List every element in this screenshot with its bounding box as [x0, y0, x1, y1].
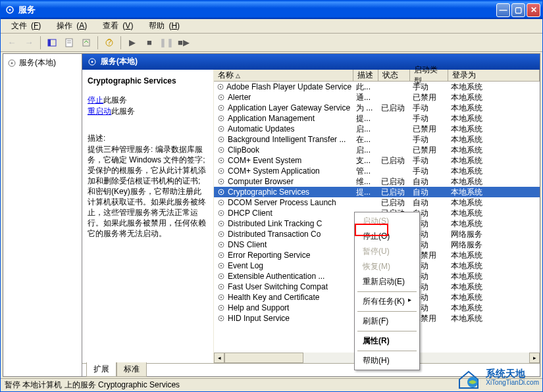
svg-point-31 — [220, 170, 222, 172]
separator — [357, 291, 417, 292]
ctx-help[interactable]: 帮助(H) — [356, 353, 418, 368]
main-header-title: 服务(本地) — [101, 56, 138, 67]
titlebar[interactable]: 服务 — ▢ ✕ — [1, 1, 542, 19]
col-startup[interactable]: 启动类型 — [410, 70, 448, 81]
table-row[interactable]: Automatic Updates启...已禁用本地系统 — [214, 124, 540, 134]
svg-point-13 — [91, 61, 93, 62]
watermark-title: 系统天地 — [486, 369, 539, 378]
tree-pane[interactable]: 服务(本地) — [3, 54, 82, 376]
ctx-start: 启动(S) — [356, 214, 418, 229]
ctx-stop[interactable]: 停止(O) — [356, 229, 418, 244]
services-window: 服务 — ▢ ✕ 文件(F) 操作(A) 查看(V) 帮助(H) ← → ? ▶… — [0, 0, 543, 392]
menu-action[interactable]: 操作(A) — [49, 19, 91, 33]
separator — [97, 36, 98, 49]
svg-text:?: ? — [107, 38, 112, 47]
help-button[interactable]: ? — [102, 36, 116, 50]
table-row[interactable]: DCOM Server Process Launch已启动自动本地系统 — [214, 197, 540, 208]
col-state[interactable]: 状态 — [378, 70, 410, 81]
svg-point-39 — [220, 212, 222, 214]
gear-icon — [217, 219, 226, 228]
svg-point-33 — [220, 181, 222, 182]
tab-extended[interactable]: 扩展 — [86, 362, 116, 377]
description-label: 描述: — [88, 133, 208, 144]
separator — [120, 36, 121, 49]
gear-icon — [217, 166, 226, 176]
table-row[interactable]: Computer Browser维...已启动自动本地系统 — [214, 176, 540, 187]
table-row[interactable]: Adobe Flash Player Update Service此...手动本… — [214, 82, 540, 92]
table-row[interactable]: COM+ System Application管...手动本地系统 — [214, 166, 540, 176]
detail-pane: Cryptographic Services 停止此服务 重启动此服务 描述: … — [82, 70, 214, 363]
ctx-refresh[interactable]: 刷新(F) — [356, 314, 418, 329]
svg-point-47 — [220, 255, 222, 256]
table-row[interactable]: COM+ Event System支...已启动手动本地系统 — [214, 155, 540, 166]
separator — [357, 351, 417, 351]
table-row[interactable]: Application Layer Gateway Service为 ...已启… — [214, 103, 540, 113]
show-hide-tree-button[interactable] — [45, 36, 59, 50]
selected-service-name: Cryptographic Services — [88, 76, 208, 86]
close-button[interactable]: ✕ — [527, 3, 540, 17]
table-row[interactable]: ClipBook启...已禁用本地系统 — [214, 145, 540, 155]
table-row[interactable]: Cryptographic Services提...已启动自动本地系统 — [214, 187, 540, 197]
tab-standard[interactable]: 标准 — [116, 362, 147, 377]
table-row[interactable]: Background Intelligent Transfer ...在...手… — [214, 134, 540, 145]
svg-point-41 — [220, 223, 222, 224]
svg-rect-3 — [48, 39, 51, 46]
separator — [357, 311, 417, 312]
scroll-right-button[interactable]: ▸ — [529, 353, 540, 363]
main-header: 服务(本地) — [82, 54, 540, 70]
house-icon — [455, 366, 482, 390]
stop-service-link[interactable]: 停止 — [88, 95, 103, 105]
col-name[interactable]: 名称 △ — [214, 70, 353, 81]
forward-button: → — [22, 36, 36, 50]
context-menu[interactable]: 启动(S) 停止(O) 暂停(U) 恢复(M) 重新启动(E) 所有任务(K) … — [354, 212, 420, 370]
svg-point-19 — [220, 107, 222, 109]
svg-point-51 — [220, 276, 222, 277]
svg-point-37 — [220, 202, 222, 203]
ctx-properties[interactable]: 属性(R) — [356, 333, 418, 349]
watermark-url: XiTongTianDi.com — [486, 378, 539, 387]
ctx-pause: 暂停(U) — [356, 244, 418, 259]
list-header[interactable]: 名称 △ 描述 状态 启动类型 登录为 — [214, 70, 540, 82]
restart-service-button[interactable]: ■▶ — [176, 36, 191, 50]
gear-icon — [217, 187, 226, 197]
minimize-button[interactable]: — — [496, 3, 510, 17]
svg-point-27 — [220, 149, 222, 151]
scroll-thumb[interactable] — [224, 353, 303, 363]
gear-icon — [217, 114, 226, 123]
gear-icon — [217, 135, 226, 144]
tree-root[interactable]: 服务(本地) — [6, 57, 79, 69]
svg-point-59 — [220, 318, 222, 319]
stop-service-button[interactable]: ■ — [142, 36, 157, 50]
start-service-button[interactable]: ▶ — [125, 36, 140, 50]
gear-icon — [217, 293, 226, 302]
table-row[interactable]: Application Management提...手动本地系统 — [214, 113, 540, 124]
gear-icon — [217, 303, 226, 312]
pause-service-button: ❚❚ — [159, 36, 174, 50]
svg-point-57 — [220, 307, 222, 308]
export-button[interactable] — [79, 36, 93, 50]
body: 服务(本地) 服务(本地) Cryptographic Services 停止此… — [3, 53, 540, 377]
col-description[interactable]: 描述 — [353, 70, 378, 81]
svg-point-17 — [220, 97, 222, 98]
col-logon[interactable]: 登录为 — [448, 70, 540, 81]
svg-point-23 — [220, 128, 222, 130]
ctx-restart[interactable]: 重新启动(E) — [356, 274, 418, 289]
ctx-all-tasks[interactable]: 所有任务(K) — [356, 294, 418, 309]
gear-icon — [217, 124, 226, 134]
menu-help[interactable]: 帮助(H) — [141, 19, 184, 33]
app-icon — [5, 5, 15, 15]
svg-point-25 — [220, 139, 222, 140]
restart-service-link[interactable]: 重启动 — [88, 107, 111, 116]
main-pane: 服务(本地) Cryptographic Services 停止此服务 重启动此… — [82, 54, 540, 376]
menu-view[interactable]: 查看(V) — [95, 19, 137, 33]
scroll-left-button[interactable]: ◂ — [214, 353, 224, 363]
maximize-button[interactable]: ▢ — [511, 3, 525, 17]
gear-icon — [217, 230, 226, 239]
gear-icon — [217, 282, 226, 291]
menu-file[interactable]: 文件(F) — [3, 19, 45, 33]
table-row[interactable]: Alerter通...已禁用本地系统 — [214, 92, 540, 103]
svg-point-15 — [220, 86, 221, 87]
properties-button[interactable] — [62, 36, 76, 50]
gear-icon — [217, 177, 226, 186]
ctx-resume: 恢复(M) — [356, 259, 418, 274]
